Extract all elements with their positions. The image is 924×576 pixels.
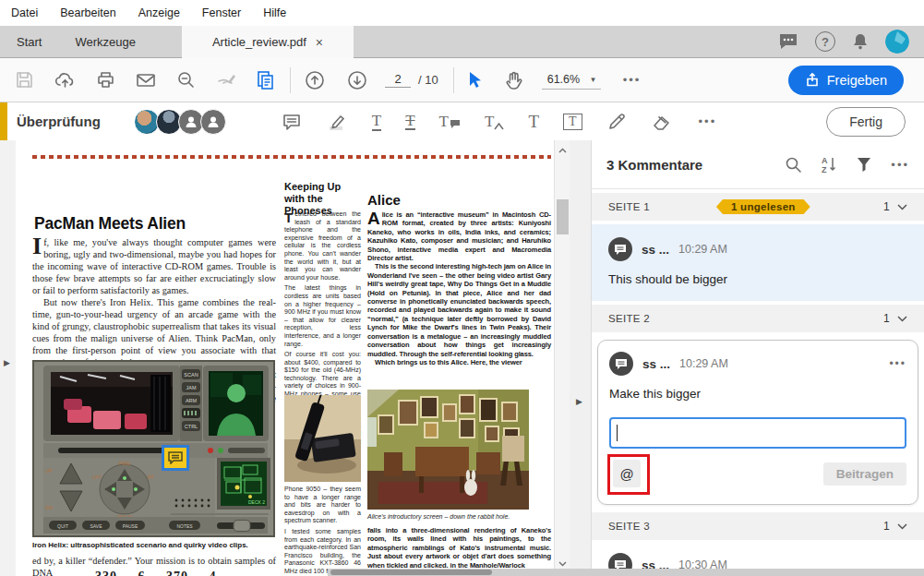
submit-reply-button[interactable]: Beitragen [823,462,906,486]
menu-item-file[interactable]: Datei [0,6,49,19]
document-scrollbar[interactable] [554,140,570,576]
tab-document-title: Article_review.pdf [212,35,306,49]
select-tool-icon[interactable] [465,70,484,90]
email-icon[interactable] [136,72,156,89]
article-body-alice-continued: falls into a three-dimensional rendering… [367,526,551,570]
sort-icon[interactable]: A Z [821,155,837,174]
menu-item-window[interactable]: Fenster [191,6,252,19]
comment-annotation-icon[interactable] [162,445,189,471]
insert-text-tool-icon[interactable]: T [485,114,504,130]
menu-item-view[interactable]: Anzeige [127,6,191,19]
tab-tools[interactable]: Werkzeuge [58,26,152,57]
scrollbar-thumb[interactable] [330,570,492,575]
toolbar-more-icon[interactable]: ••• [623,73,642,87]
reviewer-avatar[interactable] [200,109,226,135]
reviewer-avatars[interactable] [138,109,226,135]
share-button[interactable]: Freigeben [788,66,904,95]
menu-item-edit[interactable]: Bearbeiten [49,6,126,19]
scroll-down-icon[interactable] [558,561,567,567]
filter-icon[interactable] [856,156,872,173]
comment-options-icon[interactable]: ••• [889,357,906,370]
unread-badge: 1 ungelesen [716,199,810,214]
help-icon[interactable]: ? [815,31,835,52]
article-heading-pacman: PacMan Meets Alien [34,214,186,234]
section-count: 1 [883,520,890,533]
toolbar-divider [453,67,454,93]
strikethrough-text-tool-icon[interactable]: T [405,113,414,130]
svg-text:JAM: JAM [186,385,197,390]
add-text-tool-icon[interactable]: T [528,113,539,130]
text-box-tool-icon[interactable]: T [563,114,582,130]
feedback-bubble-icon[interactable] [778,32,798,51]
done-button[interactable]: Fertig [826,107,906,137]
left-nav-strip: ▶ [0,140,17,576]
iron-helix-caption: Iron Helix: ultrasophisticated scenario … [32,541,276,549]
svg-text:SAVE: SAVE [90,523,103,529]
print-icon[interactable] [96,70,115,90]
menu-item-help[interactable]: Hilfe [252,6,297,19]
clipped-text-line: 330 6 370 4 [95,570,298,576]
page-number-input[interactable]: 2 [385,72,411,88]
comments-more-icon[interactable]: ••• [891,158,909,172]
svg-text:A: A [822,156,828,165]
comment-type-icon [609,352,633,376]
highlight-tool-icon[interactable] [326,112,348,132]
scrollbar-thumb[interactable] [557,199,569,234]
tab-start[interactable]: Start [0,26,58,57]
article-heading-alice: Alice [367,192,401,208]
chevron-down-icon: ▾ [591,75,595,84]
fill-sign-icon[interactable] [216,70,237,90]
next-page-icon[interactable] [346,69,368,91]
previous-page-icon[interactable] [304,69,326,91]
review-more-icon[interactable]: ••• [699,114,717,128]
main-toolbar: 2 / 10 61.6% ▾ ••• Freigeben [0,58,924,102]
section-label: SEITE 2 [608,313,650,324]
section-header-page2[interactable]: SEITE 2 1 [592,305,924,332]
section-label: SEITE 3 [608,521,650,532]
search-icon[interactable] [785,156,802,174]
tab-document[interactable]: Article_review.pdf × [182,26,354,58]
article-body-alice: Alice is an “interactive museum” in Maci… [367,210,551,366]
comments-panel: 3 Kommentare A Z ••• SEITE 1 1 ungelesen… [591,140,924,576]
reply-input[interactable] [609,417,906,449]
page-thumbnails-icon[interactable] [256,70,275,90]
svg-text:UP: UP [45,468,53,474]
sticky-note-tool-icon[interactable] [282,113,302,131]
scroll-up-icon[interactable] [558,148,567,153]
svg-text:RT: RT [148,474,155,480]
expand-left-panel-icon[interactable]: ▶ [4,358,10,367]
svg-text:CTRL: CTRL [185,424,198,429]
replace-text-tool-icon[interactable]: T [439,114,461,129]
zoom-out-icon[interactable] [176,70,196,90]
comment-card[interactable]: ss ... 10:29 AM This should be bigger [592,224,924,301]
svg-text:ARM: ARM [186,398,198,403]
review-accent-strip [0,102,7,140]
user-avatar[interactable] [885,30,909,54]
save-icon[interactable] [15,70,34,90]
eraser-tool-icon[interactable] [651,113,673,131]
draw-tool-icon[interactable] [606,112,627,132]
notifications-bell-icon[interactable] [852,32,869,51]
svg-text:DN: DN [45,505,53,510]
zoom-level-control[interactable]: 61.6% ▾ [542,71,601,90]
horizontal-scrollbar[interactable] [328,569,924,576]
panel-splitter[interactable]: ▶ [570,140,591,576]
section-header-page3[interactable]: SEITE 3 1 [592,512,924,540]
hand-tool-icon[interactable] [504,70,523,90]
cloud-upload-icon[interactable] [54,70,76,90]
page-total-label: / 10 [418,73,438,87]
chevron-down-icon[interactable] [897,204,907,210]
comment-time: 10:29 AM [679,357,728,370]
comment-card-selected[interactable]: ss ... 10:29 AM ••• Make this bigger @ B… [597,340,918,505]
collapse-panel-icon[interactable]: ▶ [576,397,582,406]
share-button-label: Freigeben [827,73,887,88]
highlight-box [607,454,650,495]
chevron-down-icon[interactable] [897,523,907,530]
tab-close-icon[interactable]: × [316,36,323,49]
phone-caption-and-text: Phone 9050 – they seem to have a longer … [284,486,361,576]
pdf-page[interactable]: PacMan Meets Alien If, like me, you've a… [16,140,554,576]
section-header-page1[interactable]: SEITE 1 1 ungelesen 1 [592,193,924,221]
svg-text:LFT: LFT [92,474,102,480]
chevron-down-icon[interactable] [897,316,907,322]
underline-text-tool-icon[interactable]: T [372,113,381,131]
